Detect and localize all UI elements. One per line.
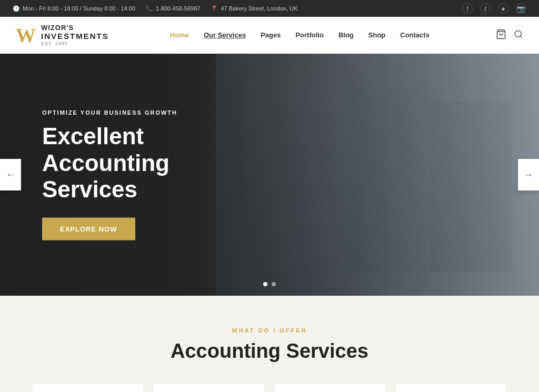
nav-home[interactable]: Home <box>164 27 195 44</box>
hero-content: OPTIMIZE YOUR BUSINESS GROWTH Excellent … <box>42 109 263 240</box>
explore-now-button[interactable]: Explore Now <box>42 217 135 240</box>
instagram-link[interactable]: 📷 <box>516 3 526 14</box>
nav-blog[interactable]: Blog <box>332 27 360 44</box>
hero-title: Excellent Accounting Services <box>42 123 263 203</box>
nav-our-services[interactable]: Our Services <box>197 27 252 44</box>
service-card-tax[interactable] <box>154 384 264 392</box>
topbar-info: 🕐 Mon - Fri 8:00 - 18:00 / Sunday 8:00 -… <box>13 5 298 12</box>
hero-dot-2[interactable] <box>272 282 276 286</box>
logo-investments: INVESTMENTS <box>41 32 109 41</box>
hours-text: Mon - Fri 8:00 - 18:00 / Sunday 8:00 - 1… <box>23 5 135 12</box>
hero-prev-button[interactable]: ← <box>0 159 21 190</box>
address-text: 47 Bakery Street, London, UK <box>221 5 297 12</box>
service-card-accounting[interactable] <box>275 384 385 392</box>
twitter-link[interactable]: t <box>480 3 491 14</box>
phone-icon: 📞 <box>146 5 153 12</box>
hours-item: 🕐 Mon - Fri 8:00 - 18:00 / Sunday 8:00 -… <box>13 5 135 12</box>
service-card-investment[interactable] <box>396 384 506 392</box>
logo-est: EST. 1995 <box>41 41 109 47</box>
social-links: f t ● 📷 <box>462 3 526 14</box>
chevron-left-icon: ← <box>6 169 15 180</box>
nav-contacts[interactable]: Contacts <box>394 27 436 44</box>
logo-text: WIZOR'S INVESTMENTS EST. 1995 <box>41 24 109 47</box>
header-icons <box>496 29 523 42</box>
services-title: Accounting Services <box>21 340 518 363</box>
svg-line-2 <box>520 36 522 37</box>
globe-link[interactable]: ● <box>498 3 508 14</box>
phone-item: 📞 1-800-458-56987 <box>146 5 200 12</box>
nav-portfolio[interactable]: Portfolio <box>289 27 330 44</box>
hero-eyebrow: OPTIMIZE YOUR BUSINESS GROWTH <box>42 109 263 116</box>
address-item: 📍 47 Bakery Street, London, UK <box>211 5 297 12</box>
svg-point-1 <box>515 31 521 37</box>
nav-pages[interactable]: Pages <box>254 27 287 44</box>
nav-shop[interactable]: Shop <box>362 27 392 44</box>
location-icon: 📍 <box>211 5 218 12</box>
search-button[interactable] <box>514 29 523 41</box>
hero-dot-1[interactable] <box>263 282 267 286</box>
clock-icon: 🕐 <box>13 5 20 12</box>
cart-button[interactable] <box>496 29 506 42</box>
logo-icon: W <box>16 25 36 45</box>
chevron-right-icon: → <box>524 169 533 180</box>
hero-dots <box>263 282 276 286</box>
logo-name: WIZOR'S <box>41 24 109 32</box>
header: W WIZOR'S INVESTMENTS EST. 1995 Home Our… <box>0 17 539 54</box>
topbar: 🕐 Mon - Fri 8:00 - 18:00 / Sunday 8:00 -… <box>0 0 539 17</box>
service-card-financial[interactable] <box>33 384 143 392</box>
service-cards-container <box>21 384 518 392</box>
facebook-link[interactable]: f <box>462 3 473 14</box>
services-eyebrow: WHAT DO I OFFER <box>21 327 518 334</box>
phone-text: 1-800-458-56987 <box>156 5 200 12</box>
logo[interactable]: W WIZOR'S INVESTMENTS EST. 1995 <box>16 24 109 47</box>
hero-section: ← OPTIMIZE YOUR BUSINESS GROWTH Excellen… <box>0 54 539 296</box>
services-section: WHAT DO I OFFER Accounting Services <box>0 296 539 392</box>
main-nav: Home Our Services Pages Portfolio Blog S… <box>164 27 436 44</box>
hero-next-button[interactable]: → <box>518 159 539 190</box>
